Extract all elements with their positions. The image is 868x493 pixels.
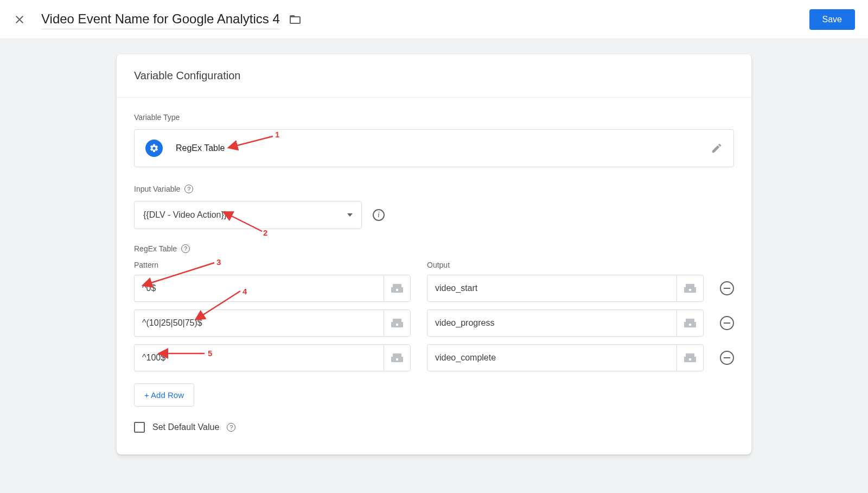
page-title[interactable]: Video Event Name for Google Analytics 4 [41, 9, 280, 29]
input-variable-label: Input Variable ? [134, 185, 734, 193]
save-button[interactable]: Save [809, 9, 855, 30]
variable-picker-icon[interactable] [384, 309, 411, 337]
pattern-input[interactable] [134, 309, 384, 337]
table-row [134, 344, 734, 371]
set-default-label: Set Default Value [152, 422, 219, 432]
close-icon[interactable] [13, 13, 26, 26]
pattern-cell [134, 344, 411, 371]
input-variable-select[interactable]: {{DLV - Video Action}} [134, 201, 362, 229]
chevron-down-icon [347, 213, 353, 217]
svg-rect-16 [686, 353, 694, 358]
svg-rect-2 [396, 289, 398, 291]
config-card: Variable Configuration Variable Type Reg… [117, 54, 751, 454]
pattern-input[interactable] [134, 344, 384, 371]
remove-row-icon[interactable] [720, 281, 734, 295]
variable-picker-icon[interactable] [676, 344, 704, 371]
output-input[interactable] [427, 344, 676, 371]
regex-table-label-text: RegEx Table [134, 244, 177, 253]
edit-icon[interactable] [711, 142, 723, 154]
divider [117, 97, 751, 98]
variable-picker-icon[interactable] [676, 309, 704, 337]
input-variable-value: {{DLV - Video Action}} [143, 210, 227, 220]
help-icon[interactable]: ? [181, 244, 190, 253]
variable-type-selector[interactable]: RegEx Table [134, 129, 734, 167]
folder-icon[interactable] [289, 13, 302, 26]
svg-rect-14 [396, 358, 398, 361]
set-default-row: Set Default Value ? [134, 422, 734, 433]
svg-rect-7 [393, 319, 401, 323]
help-icon[interactable]: ? [227, 423, 235, 432]
output-column-label: Output [427, 261, 704, 269]
svg-rect-8 [396, 324, 398, 326]
svg-rect-13 [393, 353, 401, 358]
variable-type-label: Variable Type [134, 113, 734, 122]
pattern-cell [134, 309, 411, 337]
help-icon[interactable]: ? [184, 185, 193, 193]
output-cell [427, 275, 704, 302]
variable-type-name: RegEx Table [176, 143, 711, 153]
output-cell [427, 309, 704, 337]
svg-rect-1 [393, 284, 401, 288]
variable-picker-icon[interactable] [676, 275, 704, 302]
add-row-button[interactable]: + Add Row [134, 383, 194, 407]
table-row [134, 309, 734, 337]
svg-rect-11 [689, 324, 691, 326]
set-default-checkbox[interactable] [134, 422, 145, 433]
topbar: Video Event Name for Google Analytics 4 … [0, 0, 868, 39]
regex-table-label: RegEx Table ? [134, 244, 734, 253]
svg-rect-5 [689, 289, 691, 291]
regex-table-body [134, 275, 734, 371]
variable-picker-icon[interactable] [384, 275, 411, 302]
canvas: Variable Configuration Variable Type Reg… [0, 39, 868, 470]
svg-rect-10 [686, 319, 694, 323]
pattern-cell [134, 275, 411, 302]
output-input[interactable] [427, 275, 676, 302]
info-icon[interactable]: i [373, 209, 385, 221]
table-row [134, 275, 734, 302]
remove-row-icon[interactable] [720, 351, 734, 365]
table-header: Pattern Output [134, 261, 734, 269]
variable-picker-icon[interactable] [384, 344, 411, 371]
pattern-input[interactable] [134, 275, 384, 302]
svg-rect-17 [689, 358, 691, 361]
pattern-column-label: Pattern [134, 261, 411, 269]
svg-rect-4 [686, 284, 694, 288]
input-variable-row: {{DLV - Video Action}} i [134, 201, 734, 229]
card-title: Variable Configuration [134, 69, 734, 82]
gear-icon [145, 140, 163, 157]
input-variable-label-text: Input Variable [134, 185, 180, 193]
output-input[interactable] [427, 309, 676, 337]
title-wrap: Video Event Name for Google Analytics 4 [41, 9, 809, 29]
remove-row-icon[interactable] [720, 316, 734, 330]
output-cell [427, 344, 704, 371]
